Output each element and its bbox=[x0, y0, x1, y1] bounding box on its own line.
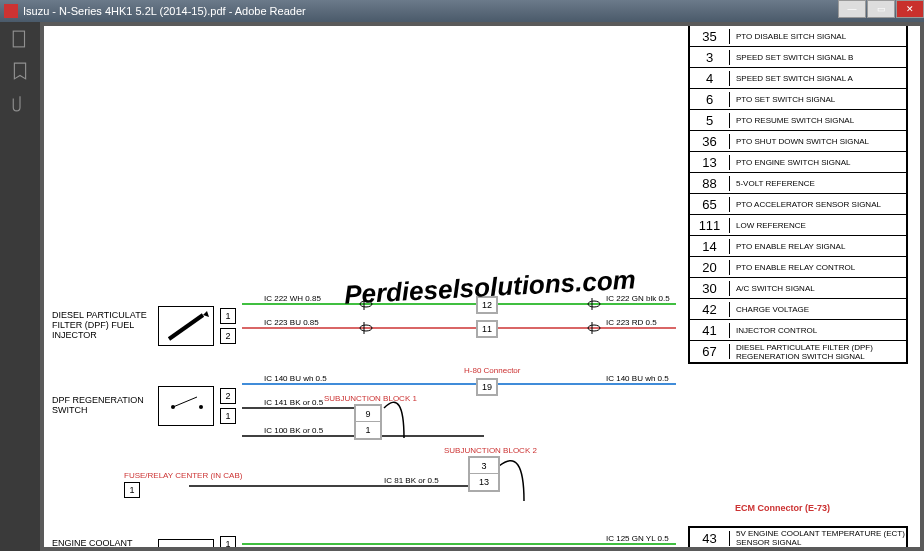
pin-number: 20 bbox=[690, 260, 730, 275]
pin-row: 6PTO SET SWITCH SIGNAL bbox=[690, 89, 906, 110]
ecm-connector-label: ECM Connector (E-73) bbox=[735, 503, 830, 513]
dpf-regen-pin-2: 2 bbox=[220, 388, 236, 404]
pin-row: 30A/C SWITCH SIGNAL bbox=[690, 278, 906, 299]
wire-label: IC 81 BK or 0.5 bbox=[384, 476, 439, 485]
pin-row: 14PTO ENABLE RELAY SIGNAL bbox=[690, 236, 906, 257]
wire-label: IC 223 RD 0.5 bbox=[606, 318, 657, 327]
pin-number: 5 bbox=[690, 113, 730, 128]
pin-row: 5PTO RESUME SWITCH SIGNAL bbox=[690, 110, 906, 131]
svg-line-9 bbox=[169, 315, 203, 339]
subjunction-2-label: SUBJUNCTION BLOCK 2 bbox=[444, 446, 537, 455]
app-icon bbox=[4, 4, 18, 18]
pin-description: SPEED SET SWITCH SIGNAL A bbox=[730, 74, 906, 83]
svg-point-12 bbox=[199, 405, 203, 409]
window-controls: — ▭ ✕ bbox=[837, 0, 924, 18]
pin-row: 13PTO ENGINE SWITCH SIGNAL bbox=[690, 152, 906, 173]
pin-description: INJECTOR CONTROL bbox=[730, 326, 906, 335]
h80-connector-label: H-80 Connector bbox=[464, 366, 520, 375]
dpf-injector-component: DIESEL PARTICULATE FILTER (DPF) FUEL INJ… bbox=[52, 306, 236, 346]
pin-row: 65PTO ACCELERATOR SENSOR SIGNAL bbox=[690, 194, 906, 215]
pin-number: 4 bbox=[690, 71, 730, 86]
maximize-button[interactable]: ▭ bbox=[867, 0, 895, 18]
pin-row: 885-VOLT REFERENCE bbox=[690, 173, 906, 194]
pin-description: PTO ENABLE RELAY SIGNAL bbox=[730, 242, 906, 251]
svg-rect-0 bbox=[13, 31, 24, 47]
ect-sensor-label: ENGINE COOLANT TEMPERATURE (ECT) SENSOR bbox=[52, 539, 152, 547]
pin-description: 5V ENGINE COOLANT TEMPERATURE (ECT) SENS… bbox=[730, 529, 906, 547]
pages-icon[interactable] bbox=[11, 30, 29, 48]
sub1-pin-1: 1 bbox=[356, 422, 380, 438]
pin-row: 42CHARGE VOLTAGE bbox=[690, 299, 906, 320]
pin-description: PTO RESUME SWITCH SIGNAL bbox=[730, 116, 906, 125]
minimize-button[interactable]: — bbox=[838, 0, 866, 18]
subjunction-2: 3 13 bbox=[468, 456, 500, 492]
pin-row: 111LOW REFERENCE bbox=[690, 215, 906, 236]
svg-line-13 bbox=[173, 397, 197, 407]
fuse-relay-label: FUSE/RELAY CENTER (IN CAB) bbox=[124, 471, 242, 480]
dpf-injector-symbol bbox=[158, 306, 214, 346]
pin-row: 67DIESEL PARTICULATE FILTER (DPF) REGENE… bbox=[690, 341, 906, 362]
pin-row: 36PTO SHUT DOWN SWITCH SIGNAL bbox=[690, 131, 906, 152]
wire-label: IC 125 GN YL 0.5 bbox=[606, 534, 669, 543]
bookmark-icon[interactable] bbox=[11, 62, 29, 80]
pin-description: PTO SET SWITCH SIGNAL bbox=[730, 95, 906, 104]
dpf-injector-pin-1: 1 bbox=[220, 308, 236, 324]
document-page: 35PTO DISABLE SITCH SIGNAL3SPEED SET SWI… bbox=[44, 26, 920, 547]
pin-number: 35 bbox=[690, 29, 730, 44]
pin-row: 20PTO ENABLE RELAY CONTROL bbox=[690, 257, 906, 278]
pin-description: LOW REFERENCE bbox=[730, 221, 906, 230]
pin-description: A/C SWITCH SIGNAL bbox=[730, 284, 906, 293]
connector-11: 11 bbox=[476, 320, 498, 338]
pin-description: 5-VOLT REFERENCE bbox=[730, 179, 906, 188]
pin-number: 111 bbox=[690, 218, 730, 233]
dpf-injector-pin-2: 2 bbox=[220, 328, 236, 344]
dpf-regen-label: DPF REGENERATION SWITCH bbox=[52, 396, 152, 416]
dpf-regen-component: DPF REGENERATION SWITCH 2 1 bbox=[52, 386, 236, 426]
pin-number: 41 bbox=[690, 323, 730, 338]
svg-marker-10 bbox=[203, 311, 209, 317]
wire-label: IC 140 BU wh 0.5 bbox=[606, 374, 669, 383]
sidebar bbox=[0, 22, 40, 551]
ect-sensor-symbol bbox=[158, 539, 214, 547]
subjunction-1: 9 1 bbox=[354, 404, 382, 440]
pin-description: SPEED SET SWITCH SIGNAL B bbox=[730, 53, 906, 62]
pin-number: 6 bbox=[690, 92, 730, 107]
wire-label: IC 141 BK or 0.5 bbox=[264, 398, 323, 407]
pin-number: 3 bbox=[690, 50, 730, 65]
titlebar: Isuzu - N-Series 4HK1 5.2L (2014-15).pdf… bbox=[0, 0, 924, 22]
pin-number: 42 bbox=[690, 302, 730, 317]
pin-number: 36 bbox=[690, 134, 730, 149]
sub2-pin-13: 13 bbox=[470, 474, 498, 490]
pin-number: 65 bbox=[690, 197, 730, 212]
pin-number: 67 bbox=[690, 344, 730, 359]
pin-table-ecm: 435V ENGINE COOLANT TEMPERATURE (ECT) SE… bbox=[688, 526, 908, 547]
pin-row: 4SPEED SET SWITCH SIGNAL A bbox=[690, 68, 906, 89]
pin-description: PTO DISABLE SITCH SIGNAL bbox=[730, 32, 906, 41]
wire-label: IC 222 WH 0.85 bbox=[264, 294, 321, 303]
pin-number: 14 bbox=[690, 239, 730, 254]
pin-row: 41INJECTOR CONTROL bbox=[690, 320, 906, 341]
pin-description: PTO ENABLE RELAY CONTROL bbox=[730, 263, 906, 272]
wire-label: IC 223 BU 0.85 bbox=[264, 318, 319, 327]
pin-description: CHARGE VOLTAGE bbox=[730, 305, 906, 314]
pin-row: 3SPEED SET SWITCH SIGNAL B bbox=[690, 47, 906, 68]
sub1-pin-9: 9 bbox=[356, 406, 380, 422]
fuse-relay-pin-1: 1 bbox=[124, 482, 140, 498]
subjunction-1-label: SUBJUNCTION BLOCK 1 bbox=[324, 394, 417, 403]
wire-label: IC 140 BU wh 0.5 bbox=[264, 374, 327, 383]
pin-number: 13 bbox=[690, 155, 730, 170]
pin-description: PTO ACCELERATOR SENSOR SIGNAL bbox=[730, 200, 906, 209]
attachment-icon[interactable] bbox=[11, 94, 29, 112]
ect-sensor-pin-1: 1 bbox=[220, 536, 236, 547]
pin-table-main: 35PTO DISABLE SITCH SIGNAL3SPEED SET SWI… bbox=[688, 26, 908, 364]
wire-label: IC 100 BK or 0.5 bbox=[264, 426, 323, 435]
dpf-regen-pin-1: 1 bbox=[220, 408, 236, 424]
close-button[interactable]: ✕ bbox=[896, 0, 924, 18]
pin-description: PTO ENGINE SWITCH SIGNAL bbox=[730, 158, 906, 167]
pin-number: 88 bbox=[690, 176, 730, 191]
connector-19: 19 bbox=[476, 378, 498, 396]
pin-description: PTO SHUT DOWN SWITCH SIGNAL bbox=[730, 137, 906, 146]
connector-12: 12 bbox=[476, 296, 498, 314]
dpf-regen-symbol bbox=[158, 386, 214, 426]
pin-description: DIESEL PARTICULATE FILTER (DPF) REGENERA… bbox=[730, 343, 906, 361]
